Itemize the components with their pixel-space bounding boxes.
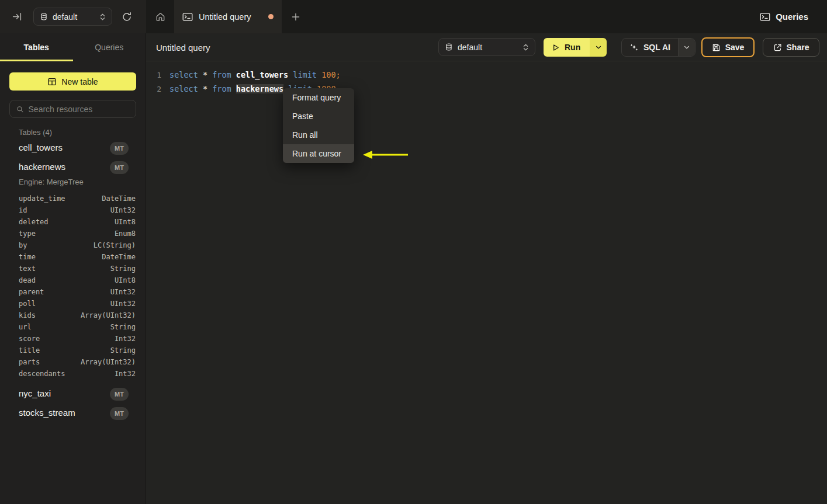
save-icon xyxy=(712,43,721,52)
table-row-stocks-stream[interactable]: stocks_stream MT xyxy=(0,407,146,420)
sql-editor[interactable]: 1 select * from cell_towers limit 100; 2… xyxy=(146,62,827,504)
tab-untitled-query[interactable]: Untitled query xyxy=(174,0,282,33)
line-number: 2 xyxy=(146,85,161,93)
column-type: DateTime xyxy=(102,253,136,261)
home-button[interactable] xyxy=(146,0,174,33)
engine-badge: MT xyxy=(110,407,129,420)
column-row: textString xyxy=(0,263,146,274)
column-type: String xyxy=(110,346,136,354)
column-type: UInt32 xyxy=(110,206,136,214)
tab-tables[interactable]: Tables xyxy=(0,33,73,61)
column-row: partsArray(UInt32) xyxy=(0,356,146,368)
column-type: UInt8 xyxy=(115,276,136,284)
chevron-updown-icon xyxy=(523,43,529,51)
sparkles-icon xyxy=(629,43,639,52)
menu-item-run-all[interactable]: Run all xyxy=(283,126,354,144)
sql-table-name-selected: hackernews xyxy=(236,84,283,93)
run-button-label: Run xyxy=(565,43,580,52)
page-title: Untitled query xyxy=(156,33,210,61)
unsaved-indicator-dot xyxy=(268,14,274,19)
save-button[interactable]: Save xyxy=(701,37,755,57)
database-icon xyxy=(445,43,453,51)
annotation-arrow xyxy=(361,148,410,161)
database-select-value: default xyxy=(458,43,518,52)
table-row-hackernews[interactable]: hackernews MT xyxy=(0,161,146,174)
run-button-group: Run xyxy=(544,38,607,57)
plus-icon xyxy=(291,12,300,22)
column-name: parts xyxy=(19,358,81,366)
top-bar: default Untitled query Queries xyxy=(0,0,827,33)
search-icon xyxy=(16,105,24,113)
table-engine-label: Engine: MergeTree xyxy=(19,178,84,186)
database-select-topbar[interactable]: default xyxy=(33,8,112,26)
column-row: typeEnum8 xyxy=(0,228,146,239)
column-row: scoreInt32 xyxy=(0,333,146,345)
run-button[interactable]: Run xyxy=(544,38,590,57)
column-name: text xyxy=(19,265,110,273)
sql-ai-button[interactable]: SQL AI xyxy=(622,39,678,56)
share-button-label: Share xyxy=(787,43,809,52)
collapse-sidebar-button[interactable] xyxy=(9,9,25,24)
column-name: title xyxy=(19,346,110,354)
column-list: update_timeDateTime idUInt32 deletedUInt… xyxy=(0,193,146,380)
new-tab-button[interactable] xyxy=(282,0,310,33)
search-resources-input[interactable] xyxy=(29,105,129,114)
sql-keyword: select xyxy=(169,84,203,93)
editor-line-1: 1 select * from cell_towers limit 100; xyxy=(146,68,341,82)
menu-item-run-at-cursor[interactable]: Run at cursor xyxy=(283,144,354,163)
column-name: score xyxy=(19,335,115,343)
column-row: byLC(String) xyxy=(0,239,146,251)
queries-button-label: Queries xyxy=(776,12,808,22)
column-row: kidsArray(UInt32) xyxy=(0,310,146,321)
new-table-button[interactable]: New table xyxy=(9,72,136,91)
column-name: poll xyxy=(19,300,110,308)
database-select-header[interactable]: default xyxy=(438,38,535,56)
column-type: UInt8 xyxy=(115,218,136,226)
column-type: DateTime xyxy=(102,194,136,203)
column-name: update_time xyxy=(19,194,102,203)
menu-item-paste[interactable]: Paste xyxy=(283,107,354,126)
column-type: String xyxy=(110,323,136,331)
terminal-icon xyxy=(182,12,193,22)
column-name: descendants xyxy=(19,370,115,378)
search-resources-box[interactable] xyxy=(9,100,136,118)
menu-item-format-query[interactable]: Format query xyxy=(283,88,354,107)
column-row: descendantsInt32 xyxy=(0,368,146,380)
collapse-sidebar-icon xyxy=(12,12,22,22)
database-select-value: default xyxy=(53,12,95,22)
save-button-label: Save xyxy=(725,43,745,52)
table-name: hackernews xyxy=(19,162,65,172)
column-name: id xyxy=(19,206,110,214)
column-type: Array(UInt32) xyxy=(81,311,136,319)
column-name: parent xyxy=(19,288,110,296)
sidebar: Tables Queries New table Tables (4) cell… xyxy=(0,33,146,504)
column-row: titleString xyxy=(0,345,146,356)
engine-badge: MT xyxy=(110,388,129,401)
column-name: time xyxy=(19,253,102,261)
table-name: cell_towers xyxy=(19,142,63,152)
column-row: deletedUInt8 xyxy=(0,216,146,228)
column-row: timeDateTime xyxy=(0,251,146,263)
chevron-down-icon xyxy=(683,44,690,51)
tab-queries[interactable]: Queries xyxy=(73,33,146,61)
share-icon xyxy=(773,43,782,52)
sql-number: 100; xyxy=(321,70,341,79)
column-name: url xyxy=(19,323,110,331)
column-type: LC(String) xyxy=(94,241,136,249)
column-name: kids xyxy=(19,311,81,319)
share-button[interactable]: Share xyxy=(763,38,819,57)
queries-button[interactable]: Queries xyxy=(760,0,808,33)
table-name: nyc_taxi xyxy=(19,388,51,398)
column-name: type xyxy=(19,230,115,238)
queries-icon xyxy=(760,12,770,22)
table-name: stocks_stream xyxy=(19,408,75,418)
sql-code: select * from cell_towers limit 100; xyxy=(169,70,341,79)
column-type: String xyxy=(110,265,136,273)
table-row-nyc-taxi[interactable]: nyc_taxi MT xyxy=(0,388,146,401)
sql-ai-options-button[interactable] xyxy=(678,39,695,56)
engine-badge: MT xyxy=(110,142,129,155)
chevron-updown-icon xyxy=(99,13,106,21)
run-options-button[interactable] xyxy=(590,38,607,57)
refresh-button[interactable] xyxy=(119,9,134,25)
table-row-cell-towers[interactable]: cell_towers MT xyxy=(0,142,146,155)
